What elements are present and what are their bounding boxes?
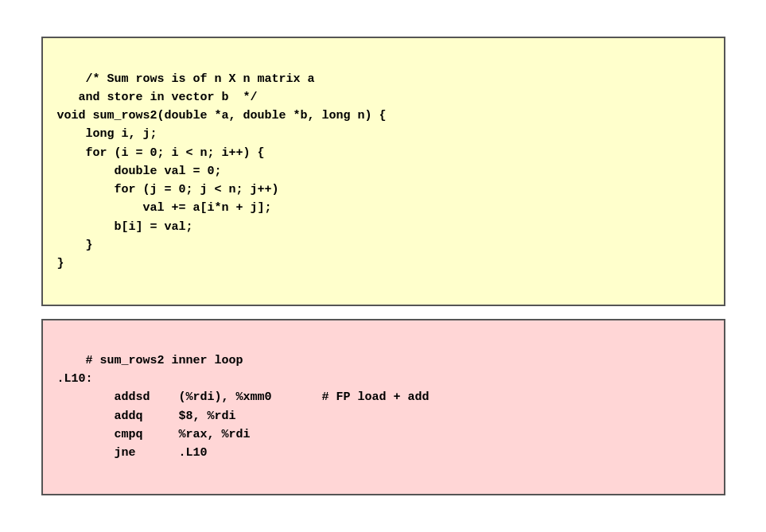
c-code-text: /* Sum rows is of n X n matrix a and sto… <box>57 72 387 271</box>
asm-code-block: # sum_rows2 inner loop .L10: addsd (%rdi… <box>41 319 725 495</box>
c-code-block: /* Sum rows is of n X n matrix a and sto… <box>41 37 725 305</box>
main-container: /* Sum rows is of n X n matrix a and sto… <box>41 37 725 495</box>
asm-code-text: # sum_rows2 inner loop .L10: addsd (%rdi… <box>57 354 430 460</box>
